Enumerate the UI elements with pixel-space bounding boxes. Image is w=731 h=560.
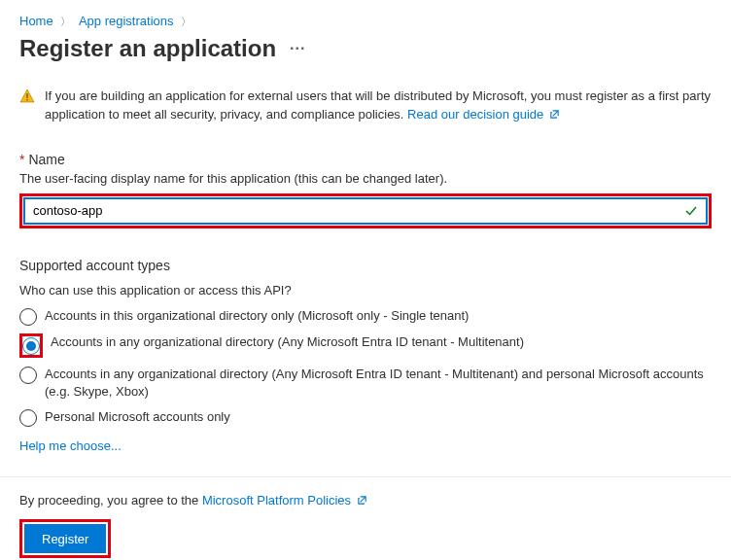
decision-guide-link[interactable]: Read our decision guide [407, 107, 560, 122]
radio-label: Accounts in this organizational director… [45, 307, 469, 325]
consent-prefix: By proceeding, you agree to the [19, 493, 202, 508]
radio-icon[interactable] [19, 409, 37, 427]
warning-banner: If you are building an application for e… [19, 88, 712, 124]
svg-rect-0 [26, 93, 27, 98]
name-input-highlight [19, 193, 712, 228]
warning-text: If you are building an application for e… [45, 88, 712, 124]
account-type-option-multitenant-personal[interactable]: Accounts in any organizational directory… [19, 366, 712, 401]
name-label-text: Name [28, 152, 64, 167]
breadcrumb-home[interactable]: Home [19, 14, 53, 28]
page-title-text: Register an application [19, 35, 276, 62]
account-type-option-personal-only[interactable]: Personal Microsoft accounts only [19, 408, 712, 427]
radio-icon[interactable] [19, 308, 37, 326]
external-link-icon [549, 109, 560, 120]
warning-text-content: If you are building an application for e… [45, 88, 711, 122]
radio-label: Accounts in any organizational directory… [45, 366, 712, 401]
more-actions-button[interactable]: ··· [290, 40, 305, 57]
name-input[interactable] [33, 200, 684, 222]
register-button[interactable]: Register [24, 524, 106, 553]
name-help: The user-facing display name for this ap… [19, 171, 712, 186]
account-types-title: Supported account types [19, 258, 712, 273]
account-types-question: Who can use this application or access t… [19, 283, 712, 298]
chevron-right-icon: 〉 [60, 16, 71, 27]
chevron-right-icon: 〉 [181, 16, 191, 27]
help-me-choose-link[interactable]: Help me choose... [19, 438, 122, 453]
warning-icon [19, 88, 35, 104]
account-type-option-multitenant[interactable]: Accounts in any organizational directory… [19, 333, 712, 358]
platform-policies-link-text: Microsoft Platform Policies [202, 493, 351, 508]
breadcrumb-app-registrations[interactable]: App registrations [79, 14, 174, 28]
required-star-icon: * [19, 152, 24, 167]
platform-policies-link[interactable]: Microsoft Platform Policies [202, 493, 367, 508]
consent-text: By proceeding, you agree to the Microsof… [19, 493, 712, 508]
radio-icon[interactable] [19, 367, 37, 384]
breadcrumb: Home 〉 App registrations 〉 [19, 14, 712, 29]
svg-rect-1 [26, 99, 27, 101]
name-label: *Name [19, 152, 712, 167]
register-button-highlight: Register [19, 519, 111, 558]
decision-guide-link-text: Read our decision guide [407, 107, 543, 122]
account-type-option-single-tenant[interactable]: Accounts in this organizational director… [19, 307, 712, 326]
radio-highlight [19, 333, 43, 358]
checkmark-icon [684, 204, 698, 218]
radio-label: Personal Microsoft accounts only [45, 408, 230, 426]
page-title: Register an application ··· [19, 35, 712, 62]
external-link-icon [357, 495, 367, 506]
radio-label: Accounts in any organizational directory… [51, 333, 524, 351]
radio-icon[interactable] [22, 337, 40, 355]
divider [0, 476, 731, 477]
name-input-wrap[interactable] [24, 198, 707, 224]
